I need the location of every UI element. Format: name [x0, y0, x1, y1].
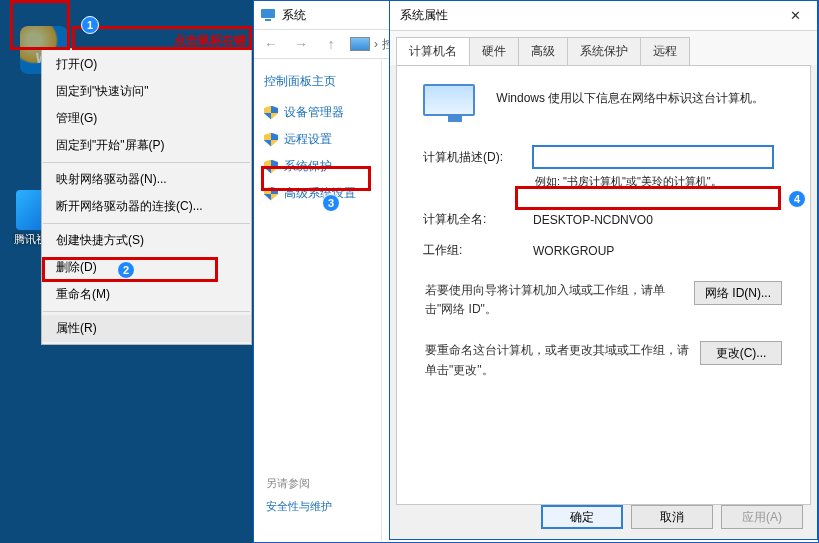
tab-remote[interactable]: 远程 — [640, 37, 690, 65]
badge-2: 2 — [117, 261, 135, 279]
props-intro-text: Windows 使用以下信息在网络中标识这台计算机。 — [496, 90, 764, 107]
close-button[interactable]: ✕ — [773, 2, 817, 30]
nav-back[interactable]: ← — [260, 33, 282, 55]
tab-hardware[interactable]: 硬件 — [469, 37, 519, 65]
svg-rect-1 — [265, 19, 271, 21]
desc-hint: 例如: "书房计算机"或"美玲的计算机"。 — [535, 174, 794, 189]
cancel-button[interactable]: 取消 — [631, 505, 713, 529]
desc-label: 计算机描述(D): — [423, 149, 533, 166]
pc-icon — [350, 37, 370, 51]
menu-separator — [43, 223, 250, 224]
tip-text: 点击鼠标右键 — [174, 32, 246, 49]
computer-icon — [423, 84, 487, 126]
system-icon — [260, 7, 276, 23]
sidebar-head[interactable]: 控制面板主页 — [264, 73, 371, 90]
tab-computer-name[interactable]: 计算机名 — [396, 37, 470, 65]
menu-map-drive[interactable]: 映射网络驱动器(N)... — [42, 166, 251, 193]
sidebar-system-protection[interactable]: 系统保护 — [264, 158, 371, 175]
badge-4: 4 — [788, 190, 806, 208]
props-title: 系统属性 — [400, 7, 448, 24]
change-button[interactable]: 更改(C)... — [700, 341, 782, 365]
shield-icon — [264, 187, 278, 201]
nav-up[interactable]: ↑ — [320, 33, 342, 55]
menu-delete[interactable]: 删除(D) — [42, 254, 251, 281]
wizard-text: 若要使用向导将计算机加入域或工作组，请单击"网络 ID"。 — [425, 281, 694, 319]
ok-button[interactable]: 确定 — [541, 505, 623, 529]
props-tabpanel: Windows 使用以下信息在网络中标识这台计算机。 计算机描述(D): 例如:… — [396, 65, 811, 505]
badge-1: 1 — [81, 16, 99, 34]
sidebar-remote-settings[interactable]: 远程设置 — [264, 131, 371, 148]
menu-properties[interactable]: 属性(R) — [42, 315, 251, 342]
menu-pin-start[interactable]: 固定到"开始"屏幕(P) — [42, 132, 251, 159]
shield-icon — [264, 106, 278, 120]
system-sidebar: 控制面板主页 设备管理器 远程设置 系统保护 高级系统设置 另请参阅 安全性与维… — [254, 59, 382, 542]
menu-pin-quick[interactable]: 固定到"快速访问" — [42, 78, 251, 105]
tab-advanced[interactable]: 高级 — [518, 37, 568, 65]
network-id-button[interactable]: 网络 ID(N)... — [694, 281, 782, 305]
desc-input[interactable] — [533, 146, 773, 168]
tab-system-protection[interactable]: 系统保护 — [567, 37, 641, 65]
menu-manage[interactable]: 管理(G) — [42, 105, 251, 132]
menu-disconnect-drive[interactable]: 断开网络驱动器的连接(C)... — [42, 193, 251, 220]
menu-rename[interactable]: 重命名(M) — [42, 281, 251, 308]
sidebar-advanced-settings[interactable]: 高级系统设置 — [264, 185, 371, 202]
fullname-label: 计算机全名: — [423, 211, 533, 228]
sidebar-security-link[interactable]: 安全性与维护 — [266, 499, 332, 514]
apply-button[interactable]: 应用(A) — [721, 505, 803, 529]
nav-forward[interactable]: → — [290, 33, 312, 55]
menu-separator — [43, 162, 250, 163]
system-properties-dialog: 系统属性 ✕ 计算机名 硬件 高级 系统保护 远程 Windows 使用以下信息… — [389, 0, 818, 540]
svg-rect-0 — [261, 9, 275, 18]
workgroup-value: WORKGROUP — [533, 244, 614, 258]
context-menu: 打开(O) 固定到"快速访问" 管理(G) 固定到"开始"屏幕(P) 映射网络驱… — [41, 48, 252, 345]
rename-text: 要重命名这台计算机，或者更改其域或工作组，请单击"更改"。 — [425, 341, 700, 379]
sidebar-device-manager[interactable]: 设备管理器 — [264, 104, 371, 121]
props-titlebar: 系统属性 ✕ — [390, 1, 817, 31]
workgroup-label: 工作组: — [423, 242, 533, 259]
badge-3: 3 — [322, 194, 340, 212]
shield-icon — [264, 160, 278, 174]
breadcrumb[interactable]: › 控 — [350, 36, 394, 53]
props-footer: 确定 取消 应用(A) — [541, 505, 803, 529]
menu-separator — [43, 311, 250, 312]
menu-open[interactable]: 打开(O) — [42, 51, 251, 78]
props-tabs: 计算机名 硬件 高级 系统保护 远程 — [390, 31, 817, 65]
shield-icon — [264, 133, 278, 147]
system-title: 系统 — [282, 7, 306, 24]
fullname-value: DESKTOP-NCDNVO0 — [533, 213, 653, 227]
menu-create-shortcut[interactable]: 创建快捷方式(S) — [42, 227, 251, 254]
see-also-label: 另请参阅 — [266, 476, 332, 491]
